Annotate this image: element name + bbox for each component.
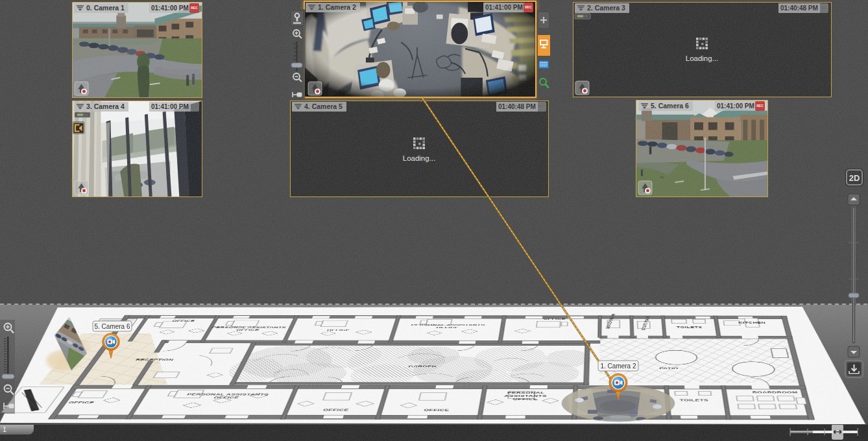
svg-text:5. Camera 6: 5. Camera 6	[94, 323, 130, 330]
svg-text:2D: 2D	[849, 173, 860, 183]
svg-text:1. Camera 2: 1. Camera 2	[600, 363, 636, 370]
